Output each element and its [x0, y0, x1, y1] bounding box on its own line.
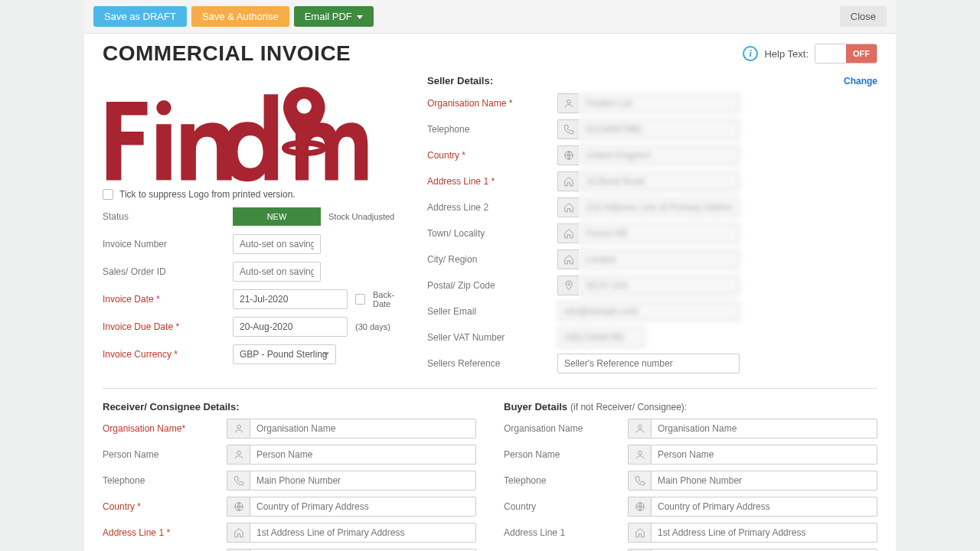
svg-point-3: [156, 100, 172, 116]
phone-icon: [628, 471, 651, 491]
seller-addr2-label: Address Line 2: [427, 202, 557, 213]
invoice-due-date-label: Invoice Due Date *: [103, 321, 233, 332]
suppress-logo-checkbox[interactable]: [103, 189, 113, 200]
toolbar: Save as DRAFT Save & Authorise Email PDF…: [84, 0, 896, 34]
receiver-addr1-label: Address Line 1 *: [103, 527, 227, 538]
seller-country-label: Country *: [427, 150, 557, 161]
home-icon: [227, 523, 250, 543]
invoice-date-label: Invoice Date *: [103, 294, 233, 305]
company-logo: [103, 72, 401, 186]
phone-icon: [227, 471, 250, 491]
chevron-down-icon: [357, 15, 363, 19]
receiver-org-input[interactable]: [250, 419, 476, 439]
seller-addr1-input: [579, 171, 740, 191]
sales-order-label: Sales/ Order ID: [103, 266, 233, 277]
suppress-logo-label: Tick to suppress Logo from printed versi…: [119, 189, 296, 200]
buyer-tel-input[interactable]: [651, 471, 877, 491]
help-text-label: Help Text:: [764, 48, 808, 60]
backdate-checkbox[interactable]: [355, 294, 365, 305]
buyer-country-label: Country: [504, 501, 628, 512]
invoice-currency-label: Invoice Currency *: [103, 349, 233, 360]
receiver-org-label: Organisation Name*: [103, 423, 227, 434]
person-icon: [628, 445, 651, 465]
seller-country-input: [579, 145, 740, 165]
invoice-due-date-input[interactable]: [233, 317, 348, 337]
person-icon: [227, 419, 250, 439]
receiver-person-label: Person Name: [103, 449, 227, 460]
receiver-country-label: Country *: [103, 501, 227, 512]
seller-addr1-label: Address Line 1 *: [427, 176, 557, 187]
buyer-country-input[interactable]: [651, 497, 877, 517]
home-icon: [557, 223, 579, 243]
receiver-tel-input[interactable]: [250, 471, 476, 491]
svg-rect-4: [156, 124, 172, 180]
seller-org-label: Organisation Name *: [427, 98, 557, 109]
phone-icon: [557, 119, 579, 139]
globe-icon: [628, 497, 651, 517]
backdate-label: Back-Date: [373, 290, 409, 308]
save-authorise-button[interactable]: Save & Authorise: [191, 6, 289, 27]
seller-details-header: Seller Details:: [427, 75, 493, 86]
seller-postal-label: Postal/ Zip Code: [427, 280, 557, 291]
buyer-tel-label: Telephone: [504, 475, 628, 486]
receiver-country-input[interactable]: [250, 497, 476, 517]
seller-ref-input[interactable]: [557, 354, 740, 373]
receiver-tel-label: Telephone: [103, 475, 227, 486]
seller-tel-input: [579, 119, 740, 139]
status-label: Status: [103, 211, 233, 222]
help-text-toggle[interactable]: OFF: [815, 44, 877, 64]
stock-status: Stock Unadjusted: [328, 212, 394, 221]
svg-point-5: [297, 99, 312, 114]
buyer-org-label: Organisation Name: [504, 423, 628, 434]
seller-vat-label: Seller VAT Number: [427, 332, 557, 343]
buyer-addr1-label: Address Line 1: [504, 527, 628, 538]
seller-city-label: City/ Region: [427, 254, 557, 265]
buyer-addr1-input[interactable]: [651, 523, 877, 543]
seller-email-label: Seller Email: [427, 306, 557, 317]
person-icon: [227, 445, 250, 465]
seller-town-label: Town/ Locality: [427, 228, 557, 239]
home-icon: [628, 523, 651, 543]
invoice-currency-select[interactable]: GBP - Pound Sterling: [233, 344, 336, 364]
buyer-header: Buyer Details: [504, 401, 567, 412]
invoice-date-input[interactable]: [233, 289, 348, 309]
buyer-person-label: Person Name: [504, 449, 628, 460]
person-icon: [628, 419, 651, 439]
email-pdf-button[interactable]: Email PDF: [294, 6, 374, 27]
home-icon: [557, 197, 579, 217]
page-title: COMMERCIAL INVOICE: [103, 41, 743, 66]
home-icon: [557, 171, 579, 191]
days-note: (30 days): [355, 322, 390, 331]
receiver-person-input[interactable]: [250, 445, 476, 465]
globe-icon: [557, 145, 579, 165]
seller-ref-label: Sellers Reference: [427, 358, 557, 369]
home-icon: [557, 249, 579, 269]
close-button[interactable]: Close: [840, 6, 887, 27]
person-icon: [557, 93, 579, 113]
save-draft-button[interactable]: Save as DRAFT: [93, 6, 187, 27]
seller-email-value: info@domain.com: [557, 302, 740, 321]
invoice-number-label: Invoice Number: [103, 239, 233, 249]
seller-town-input: [579, 223, 740, 243]
buyer-org-input[interactable]: [651, 419, 877, 439]
change-link[interactable]: Change: [844, 76, 877, 86]
divider: [103, 388, 877, 389]
seller-city-input: [579, 249, 740, 269]
invoice-number-input[interactable]: [233, 234, 321, 254]
pin-icon: [557, 276, 579, 295]
buyer-header-sub: (if not Receiver/ Consignee):: [570, 402, 687, 412]
status-badge: NEW: [233, 207, 321, 226]
seller-org-input: [579, 93, 740, 113]
receiver-header: Receiver/ Consignee Details:: [103, 401, 239, 412]
seller-addr2-input: [579, 197, 740, 217]
info-icon: i: [743, 46, 758, 61]
seller-vat-value: GB123456789: [557, 328, 645, 347]
buyer-person-input[interactable]: [651, 445, 877, 465]
receiver-addr1-input[interactable]: [250, 523, 476, 543]
sales-order-input[interactable]: [233, 262, 321, 282]
seller-tel-label: Telephone: [427, 124, 557, 135]
globe-icon: [227, 497, 250, 517]
seller-postal-input: [579, 276, 740, 295]
